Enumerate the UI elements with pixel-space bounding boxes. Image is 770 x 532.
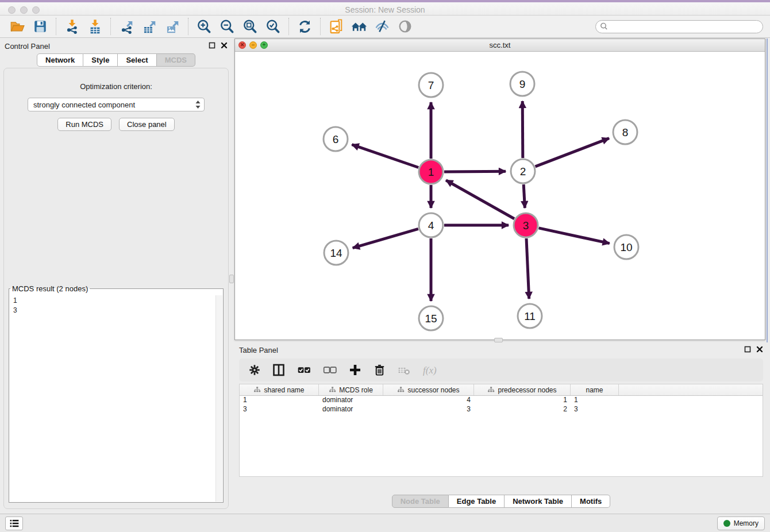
tab-network-table[interactable]: Network Table <box>505 495 572 508</box>
export-image-button[interactable] <box>161 17 184 36</box>
node-table-header: shared name MCDS role successor nodes pr… <box>240 384 763 396</box>
close-panel-button[interactable]: Close panel <box>119 118 175 131</box>
network-document-button[interactable] <box>325 17 348 36</box>
hide-eye-button[interactable] <box>371 17 394 36</box>
graph-node-14[interactable]: 14 <box>324 241 348 265</box>
import-network-button[interactable] <box>60 17 83 36</box>
column-header-shared-name[interactable]: shared name <box>240 384 319 395</box>
toolbar-separator <box>56 18 56 35</box>
column-header-successor-nodes[interactable]: successor nodes <box>383 384 474 395</box>
add-row-icon[interactable] <box>348 363 362 377</box>
graph-node-15[interactable]: 15 <box>419 306 443 330</box>
graph-node-6[interactable]: 6 <box>324 127 348 151</box>
open-session-button[interactable] <box>6 17 29 36</box>
graph-edge-1-2[interactable] <box>444 171 506 172</box>
zoom-fit-button[interactable] <box>238 17 261 36</box>
search-field[interactable] <box>595 20 763 33</box>
table-panel: Table Panel f(x) shared name MCDS role s… <box>234 342 768 514</box>
export-network-button[interactable] <box>115 17 138 36</box>
graph-edge-3-1[interactable] <box>446 180 514 219</box>
save-floppy-icon <box>33 19 48 34</box>
network-graph[interactable]: 7968124310141511 <box>235 52 765 340</box>
save-session-button[interactable] <box>29 17 52 36</box>
graph-node-8[interactable]: 8 <box>613 120 637 144</box>
selected-option: strongly connected component <box>33 101 194 109</box>
graph-edge-2-3[interactable] <box>523 184 525 208</box>
app-title: Session: New Session <box>0 5 770 14</box>
vertical-splitter-grip[interactable] <box>229 275 234 283</box>
graph-node-11[interactable]: 11 <box>518 304 542 328</box>
node-table: shared name MCDS role successor nodes pr… <box>239 384 763 477</box>
graph-node-3[interactable]: 3 <box>514 213 538 237</box>
optimization-criterion-select[interactable]: strongly connected component <box>28 98 205 111</box>
graph-node-4[interactable]: 4 <box>419 213 443 237</box>
graph-node-7[interactable]: 7 <box>419 73 443 97</box>
network-window-titlebar[interactable]: ✕ − + scc.txt <box>235 39 765 52</box>
hierarchy-icon <box>397 386 405 394</box>
graph-node-10[interactable]: 10 <box>614 235 638 259</box>
zoom-selected-button[interactable] <box>261 17 284 36</box>
column-header-name[interactable]: name <box>571 384 619 395</box>
eye-slash-icon <box>374 18 390 34</box>
cell-predecessor-nodes: 1 <box>474 396 571 405</box>
show-eye-button[interactable] <box>394 17 417 36</box>
mcds-result-box: MCDS result (2 nodes) 1 3 <box>9 284 224 503</box>
delete-row-icon[interactable] <box>373 364 386 377</box>
refresh-layout-button[interactable] <box>293 17 316 36</box>
graph-edge-2-8[interactable] <box>536 138 610 167</box>
toolbar-separator <box>188 18 188 35</box>
cell-name: 3 <box>571 405 619 414</box>
graph-node-9[interactable]: 9 <box>510 72 534 96</box>
graph-edge-4-14[interactable] <box>353 229 418 248</box>
tab-motifs[interactable]: Motifs <box>572 495 610 508</box>
select-all-checks-icon[interactable] <box>297 363 311 377</box>
run-mcds-button[interactable]: Run MCDS <box>57 118 111 131</box>
table-row[interactable]: 1 dominator 4 1 1 <box>240 396 763 405</box>
table-row[interactable]: 3 dominator 3 2 3 <box>240 405 763 414</box>
float-panel-icon[interactable] <box>744 346 751 353</box>
table-toolbar: f(x) <box>239 358 763 381</box>
settings-gear-icon[interactable] <box>248 364 261 376</box>
svg-text:9: 9 <box>519 78 526 90</box>
graph-edge-3-10[interactable] <box>539 228 610 244</box>
table-panel-title: Table Panel <box>239 346 278 354</box>
function-builder-icon[interactable]: f(x) <box>422 363 441 377</box>
main-toolbar <box>0 16 770 38</box>
tab-edge-table[interactable]: Edge Table <box>449 495 505 508</box>
result-scrollbar[interactable] <box>215 295 222 502</box>
tab-select[interactable]: Select <box>118 53 156 67</box>
graph-node-1[interactable]: 1 <box>419 160 443 184</box>
svg-text:6: 6 <box>333 133 339 145</box>
network-canvas[interactable]: 7968124310141511 <box>235 52 765 340</box>
zoom-in-button[interactable] <box>192 17 215 36</box>
tab-node-table[interactable]: Node Table <box>392 495 449 508</box>
float-panel-icon[interactable] <box>209 42 215 49</box>
tab-mcds[interactable]: MCDS <box>157 53 195 67</box>
horizontal-splitter-grip[interactable] <box>494 338 503 342</box>
graph-edge-3-11[interactable] <box>526 238 529 299</box>
column-header-predecessor-nodes[interactable]: predecessor nodes <box>474 384 571 395</box>
search-input[interactable] <box>609 21 763 32</box>
export-image-icon <box>165 19 180 34</box>
export-table-button[interactable] <box>138 17 161 36</box>
column-header-mcds-role[interactable]: MCDS role <box>319 384 383 395</box>
graph-edge-1-6[interactable] <box>352 145 418 168</box>
close-panel-icon[interactable] <box>756 346 763 353</box>
tab-network[interactable]: Network <box>37 53 83 67</box>
zoom-fit-icon <box>242 18 258 34</box>
delete-table-icon[interactable] <box>397 363 411 377</box>
import-table-button[interactable] <box>83 17 106 36</box>
insert-column-icon[interactable] <box>272 363 286 377</box>
open-folder-icon <box>10 19 25 34</box>
mcds-result-text[interactable]: 1 3 <box>10 295 215 502</box>
graph-edge-2-9[interactable] <box>522 101 523 158</box>
memory-button[interactable]: Memory <box>717 516 765 530</box>
close-panel-icon[interactable] <box>221 42 228 49</box>
graph-node-2[interactable]: 2 <box>511 159 535 183</box>
zoom-out-button[interactable] <box>215 17 238 36</box>
deselect-all-checks-icon[interactable] <box>322 363 337 377</box>
tab-style[interactable]: Style <box>83 53 118 67</box>
hierarchy-icon <box>329 386 336 394</box>
task-history-button[interactable] <box>5 516 23 530</box>
home-button[interactable] <box>348 17 371 36</box>
